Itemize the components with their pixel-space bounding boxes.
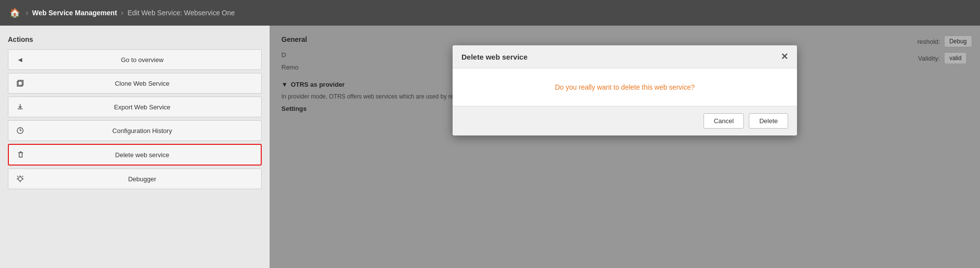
modal-warning-text: Do you really want to delete this web se… <box>555 83 695 91</box>
home-icon[interactable]: 🏠 <box>8 6 22 20</box>
cancel-button[interactable]: Cancel <box>704 113 744 129</box>
sidebar-title: Actions <box>8 35 262 43</box>
trash-icon <box>16 150 26 160</box>
main-layout: Actions ◄ Go to overview Clone Web Servi… <box>0 26 980 268</box>
modal-close-button[interactable]: ✕ <box>781 52 788 61</box>
modal-title: Delete web service <box>461 53 527 61</box>
sidebar-item-go-to-overview[interactable]: ◄ Go to overview <box>8 49 262 70</box>
sidebar-item-configuration-history[interactable]: Configuration History <box>8 120 262 141</box>
breadcrumb-separator-1: › <box>26 8 28 17</box>
debugger-icon <box>15 174 25 184</box>
svg-point-3 <box>18 177 22 181</box>
modal-overlay: Delete web service ✕ Do you really want … <box>270 26 980 268</box>
breadcrumb-separator-2: › <box>121 8 123 17</box>
modal-body: Do you really want to delete this web se… <box>453 68 797 106</box>
export-icon <box>15 102 25 112</box>
modal-header: Delete web service ✕ <box>453 45 797 68</box>
sidebar-label-export: Export Web Service <box>30 103 254 111</box>
sidebar-item-debugger[interactable]: Debugger <box>8 168 262 189</box>
back-icon: ◄ <box>15 55 25 65</box>
sidebar-item-export-web-service[interactable]: Export Web Service <box>8 97 262 117</box>
clone-icon <box>15 78 25 88</box>
sidebar-label-debugger: Debugger <box>30 175 254 183</box>
content-area: General D Remo ▼ OTRS as provider In pro… <box>270 26 980 268</box>
breadcrumb-web-service-management[interactable]: Web Service Management <box>32 9 117 17</box>
delete-button[interactable]: Delete <box>749 113 788 129</box>
sidebar-label-config-history: Configuration History <box>30 127 254 134</box>
delete-modal: Delete web service ✕ Do you really want … <box>453 45 797 135</box>
sidebar-label-delete: Delete web service <box>31 151 254 159</box>
sidebar-item-clone-web-service[interactable]: Clone Web Service <box>8 73 262 94</box>
sidebar-label-clone: Clone Web Service <box>30 80 254 87</box>
sidebar-item-delete-web-service[interactable]: Delete web service <box>8 144 262 166</box>
page-header: 🏠 › Web Service Management › Edit Web Se… <box>0 0 980 26</box>
sidebar: Actions ◄ Go to overview Clone Web Servi… <box>0 26 270 268</box>
history-icon <box>15 126 25 135</box>
breadcrumb-edit-web-service: Edit Web Service: Webservice One <box>127 9 235 17</box>
modal-footer: Cancel Delete <box>453 106 797 135</box>
sidebar-label-go-to-overview: Go to overview <box>30 56 254 64</box>
